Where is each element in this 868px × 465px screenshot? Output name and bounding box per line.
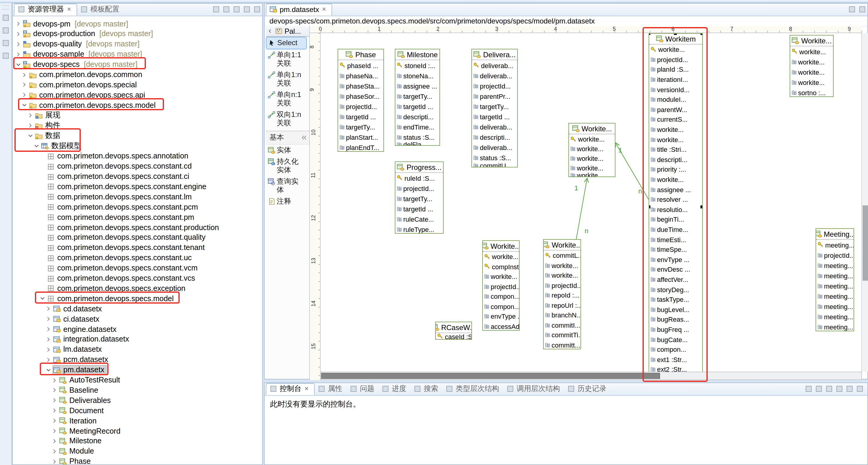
tree-item-body[interactable]: ci.datasetx [53,315,99,323]
entity-attribute[interactable]: targetTy... [396,193,443,204]
entity-attribute[interactable]: projectId... [816,250,854,260]
tree-item-module[interactable]: Module [13,446,262,457]
entity-workite[interactable]: Workite...commitL...workite...workite...… [543,239,581,350]
tree-item-com-primeton-devops-specs-constant-pcm[interactable]: com.primeton.devops.specs.constant.pcm [13,202,262,212]
entity-attribute[interactable]: bugLevel... [649,304,702,314]
entity-attribute[interactable]: stoneNa... [396,70,439,81]
tree-item-body[interactable]: pm.datasetx [53,366,106,374]
entity-attribute[interactable]: workite... [569,134,615,144]
tree-item-com-primeton-devops-specs-constant-vcs[interactable]: com.primeton.devops.specs.constant.vcs [13,273,262,284]
tree-item-cd-datasetx[interactable]: cd.datasetx [13,304,262,314]
horizontal-scrollbar[interactable] [321,372,862,380]
entity-attribute[interactable]: meeting... [816,301,854,311]
entity-attribute[interactable]: assignee ... [649,185,702,195]
selection-handle[interactable] [649,205,650,208]
restore-view-icon[interactable] [1,13,10,22]
palette-header[interactable]: Pal... [266,26,309,37]
entity-attribute[interactable]: workite... [649,135,702,144]
maximize-icon[interactable] [855,384,864,393]
entity-attribute[interactable]: workite... [649,44,702,55]
tree-item-body[interactable]: com.primeton.devops.specs.model [29,101,156,109]
entity-attribute[interactable]: bugFreq ... [649,324,702,334]
chevron-down-icon[interactable] [33,142,41,150]
entity-attribute[interactable]: parentW... [649,104,702,114]
tree-item-body[interactable]: com.primeton.devops.specs.constant.uc [47,254,192,262]
entity-attribute[interactable]: deliverab... [472,60,517,70]
entity-attribute[interactable]: storyDeg... [649,285,702,295]
tree-item-body[interactable]: Baseline [59,386,98,395]
entity-workitem[interactable]: Workitemworkite...projectId...planId :S.… [649,33,703,380]
tree-item-body[interactable]: com.primeton.devops.specs.constant.pm [47,213,194,221]
tree-item-milestone[interactable]: Milestone [13,436,262,446]
entity-rcasew[interactable]: RCaseW...caseId :S [435,322,472,340]
entity-attribute[interactable]: workite... [483,252,519,262]
entity-attribute[interactable]: projectId... [472,81,517,91]
tree-item-body[interactable]: com.primeton.devops.specs.constant.lm [47,193,192,201]
entity-attribute[interactable]: workite... [649,174,702,184]
entity-attribute[interactable]: taskType... [649,295,702,304]
entity-attribute[interactable]: commitL... [544,251,581,261]
tree-item-ci-datasetx[interactable]: ci.datasetx [13,314,262,324]
collapse-palette-icon[interactable] [267,27,273,35]
tree-item-com-primeton-devops-specs-constant-quality[interactable]: com.primeton.devops.specs.constant.quali… [13,232,262,243]
tree-item-body[interactable]: devops-sample [23,50,84,59]
chevron-right-icon[interactable] [51,437,59,445]
entity-attribute[interactable]: workite... [569,144,615,154]
entity-attribute[interactable]: meeting... [816,260,854,270]
chevron-down-icon[interactable] [21,101,29,109]
entity-attribute[interactable]: sortno :... [790,87,833,97]
entity-attribute[interactable]: planStart... [338,132,383,142]
chevron-right-icon[interactable] [15,50,23,58]
entity-attribute[interactable]: deliverab... [472,142,517,153]
chevron-right-icon[interactable] [21,71,29,78]
link-editor-icon[interactable] [211,5,221,14]
entity-attribute[interactable]: status :S... [472,153,517,163]
palette-tool-select[interactable]: Select [267,37,306,49]
entity-attribute[interactable]: affectVer... [649,274,702,284]
tree-item-body[interactable]: com.primeton.devops.specs.constant.vcs [47,274,195,283]
palette-section-基本[interactable]: 基本 [266,131,309,144]
tab-控制台[interactable]: 控制台 [266,383,315,395]
entity-attribute[interactable]: compon... [483,301,519,311]
chevron-right-icon[interactable] [51,417,59,425]
tree-item-iteration[interactable]: Iteration [13,416,262,426]
tree-item-com-primeton-devops-specs-constant-uc[interactable]: com.primeton.devops.specs.constant.uc [13,253,262,263]
tree-item-body[interactable]: engine.datasetx [53,325,117,333]
entity-attribute[interactable]: projectId... [544,280,581,290]
tab-类型层次结构[interactable]: 类型层次结构 [442,383,503,395]
tree-item-body[interactable]: 数据 [35,131,60,141]
chevron-right-icon[interactable] [45,325,53,333]
entity-attribute[interactable]: projectId... [396,183,443,193]
entity-attribute[interactable]: delFla... [396,142,439,146]
entity-attribute[interactable]: targetTy... [338,122,383,132]
designer-icon[interactable] [1,38,10,47]
entity-attribute[interactable]: workite... [544,261,581,270]
entity-attribute[interactable]: timeSpe... [649,244,702,255]
entity-attribute[interactable]: phaseSta... [338,81,383,91]
tree-item-body[interactable]: com.primeton.devops.specs.constant.tenan… [47,244,205,252]
tree-item-body[interactable]: Iteration [59,417,96,425]
entity-attribute[interactable]: title :Stri... [649,144,702,155]
tree-item-body[interactable]: integration.datasetx [53,335,129,344]
selection-handle[interactable] [674,33,677,35]
collapse-all-icon[interactable] [221,5,231,14]
tab-属性[interactable]: 属性 [315,383,347,395]
tree-item-body[interactable]: com.primeton.devops.specs.exception [47,284,185,293]
entity-attribute[interactable]: workite... [790,57,833,67]
tree-item-body[interactable]: com.primeton.devops.specs.constant.engin… [47,182,207,191]
tree-item-body[interactable]: AutoTestResult [59,376,120,384]
tree-item-body[interactable]: com.primeton.devops.specs.constant.produ… [47,223,219,232]
entity-attribute[interactable]: committ... [544,340,581,350]
entity-meeting[interactable]: Meeting...meeting...projectId...meeting.… [815,228,854,331]
entity-attribute[interactable]: projectId... [649,55,702,64]
tree-item-body[interactable]: com.primeton.devops.specs.constant.ci [47,172,189,181]
tree-item-构件[interactable]: 构件 [13,121,262,131]
tree-item-devops-production[interactable]: Mdevops-production[devops master] [13,29,262,39]
entity-attribute[interactable]: projectId... [338,101,383,111]
entity-attribute[interactable]: dueTime... [649,224,702,234]
chevron-right-icon[interactable] [51,376,59,384]
entity-attribute[interactable]: workite... [649,125,702,135]
chevron-right-icon[interactable] [45,315,53,323]
entity-attribute[interactable]: accessAd... [483,321,519,331]
tree-item-phase[interactable]: Phase [13,456,262,464]
